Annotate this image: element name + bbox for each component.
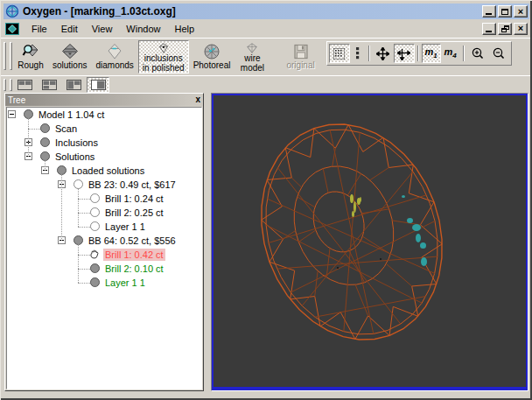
solutions-icon — [61, 43, 79, 60]
tree-item[interactable]: Solutions — [7, 150, 201, 164]
m1-label: m1 — [425, 46, 438, 60]
window-title: Oxygen - [marking_1.03ct.oxg] — [23, 5, 176, 18]
photoreal-label: Photoreal — [193, 61, 231, 70]
menu-edit[interactable]: Edit — [54, 22, 85, 36]
original-button[interactable]: original — [282, 40, 318, 74]
node-circle-gray-icon — [40, 123, 50, 133]
floppy-icon — [292, 43, 310, 60]
toolbar-drag-handle[interactable] — [10, 79, 12, 91]
wire-model-button[interactable]: wire model — [234, 40, 270, 74]
tree-item[interactable]: Layer 1 1 — [7, 276, 201, 290]
tree-item[interactable]: Scan — [7, 122, 201, 136]
close-button[interactable]: × — [514, 5, 528, 18]
view-toolbar: m1 m4 — [326, 41, 512, 66]
mdi-restore-button[interactable] — [498, 23, 512, 35]
tree-item[interactable]: Model 1 1.04 ct — [7, 108, 201, 122]
column-dots-button[interactable] — [350, 44, 366, 63]
tree-view: Model 1 1.04 ctScanInclusionsSolutionsLo… — [6, 107, 202, 389]
m1-button[interactable]: m1 — [422, 44, 441, 63]
toolbar-separator — [368, 46, 370, 61]
menu-file[interactable]: File — [24, 22, 54, 36]
tree-item[interactable]: Brill 2: 0.10 ct — [7, 262, 201, 276]
m4-button[interactable]: m4 — [441, 44, 460, 63]
tree-item-label: Brill 1: 0.42 ct — [103, 249, 165, 261]
tree-connector — [28, 118, 29, 157]
wire-model-label-line1: wire — [244, 54, 260, 63]
inclusion-cyan — [407, 218, 413, 223]
tree-item-label: Scan — [53, 123, 79, 135]
node-circle-white-icon — [90, 193, 100, 203]
inclusion-dark — [337, 267, 339, 269]
inclusions-icon — [155, 43, 172, 53]
inclusion-cyan — [402, 195, 405, 198]
inclusion-yellow — [354, 201, 356, 213]
photoreal-button[interactable]: Photoreal — [189, 40, 235, 74]
panel-splitter[interactable] — [204, 93, 211, 391]
toolbar-drag-handle[interactable] — [10, 42, 12, 70]
layout-three-pane-icon — [42, 80, 57, 90]
tree-connector — [78, 244, 79, 283]
tree-item[interactable]: Brill 1: 0.42 ct — [7, 248, 201, 262]
tree-item-label: Loaded solutions — [70, 165, 146, 177]
app-window: Oxygen - [marking_1.03ct.oxg] × File Edi… — [0, 0, 532, 400]
rough-button[interactable]: Rough — [13, 40, 48, 74]
wire-model-icon — [243, 43, 261, 53]
maximize-button[interactable] — [498, 5, 512, 18]
3d-view[interactable] — [214, 95, 526, 389]
tree-item[interactable]: BB 23: 0.49 ct, $617 — [7, 178, 201, 192]
move-icon — [376, 47, 389, 60]
axis-button[interactable] — [394, 44, 415, 63]
inclusions-label-line1: inclusions — [144, 54, 183, 63]
tree-item-label: Inclusions — [53, 137, 100, 149]
layout-three-pane-button[interactable] — [38, 77, 60, 93]
inclusion-yellow — [352, 211, 354, 217]
mdi-minimize-icon — [486, 31, 492, 32]
tree-item[interactable]: Brill 1: 0.24 ct — [7, 192, 201, 206]
mdi-close-button[interactable]: × — [514, 23, 528, 35]
minimize-button[interactable] — [482, 5, 496, 18]
diamond-wireframe — [214, 95, 526, 387]
tree-item[interactable]: BB 64: 0.52 ct, $556 — [7, 234, 201, 248]
title-bar: Oxygen - [marking_1.03ct.oxg] × — [4, 4, 529, 19]
document-icon — [5, 23, 19, 35]
tree-item[interactable]: Brill 2: 0.25 ct — [7, 206, 201, 220]
tree-item[interactable]: Layer 1 1 — [7, 220, 201, 234]
axis-icon — [397, 47, 410, 60]
move-button[interactable] — [373, 44, 394, 63]
layout-right-pane-button[interactable] — [87, 77, 109, 93]
rough-icon — [22, 43, 39, 60]
toolbar-separator — [463, 46, 465, 61]
menu-help[interactable]: Help — [167, 22, 201, 36]
solutions-button[interactable]: solutions — [48, 40, 91, 74]
tree-close-button[interactable]: x — [195, 95, 200, 104]
layout-left-pane-button[interactable] — [62, 77, 85, 93]
inclusions-in-polished-button[interactable]: inclusions in polished — [138, 40, 189, 74]
tree-item-label: Model 1 1.04 ct — [37, 109, 106, 121]
node-circle-white-icon — [90, 207, 100, 217]
layout-left-pane-icon — [66, 80, 81, 90]
zoom-in-button[interactable] — [467, 44, 488, 63]
wire-model-label-line2: model — [241, 64, 264, 73]
menu-view[interactable]: View — [85, 22, 120, 36]
toolbar-drag-handle[interactable] — [4, 42, 6, 70]
toolbar-drag-handle[interactable] — [4, 79, 6, 91]
layout-top-split-button[interactable] — [13, 77, 36, 93]
grid-button[interactable] — [329, 44, 350, 63]
mdi-minimize-button[interactable] — [482, 23, 496, 35]
toolbar-separator — [417, 46, 419, 61]
diamonds-button[interactable]: diamonds — [91, 40, 137, 74]
collapse-box[interactable] — [8, 110, 16, 118]
tree-item-label: Layer 1 1 — [103, 221, 147, 233]
tree-item[interactable]: Loaded solutions — [7, 164, 201, 178]
menu-window[interactable]: Window — [119, 22, 167, 36]
tree-connector — [78, 188, 79, 227]
hand-cursor-icon — [88, 249, 101, 261]
mdi-restore-icon — [501, 25, 509, 32]
rough-label: Rough — [18, 61, 43, 70]
minimize-icon — [486, 13, 492, 15]
inclusions-label-line2: in polished — [143, 64, 185, 73]
zoom-out-button[interactable] — [488, 44, 509, 63]
tree-item[interactable]: Inclusions — [7, 136, 201, 150]
viewport-frame — [211, 93, 528, 391]
app-icon — [5, 4, 19, 18]
